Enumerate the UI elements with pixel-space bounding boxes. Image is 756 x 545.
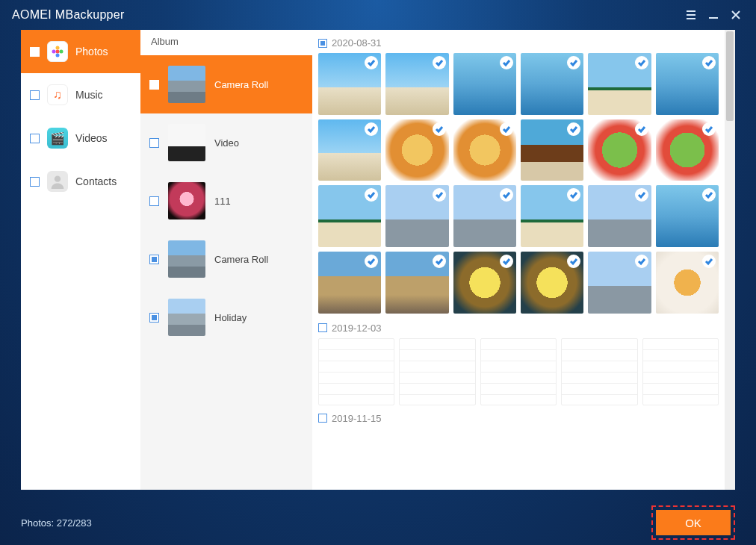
checkbox-icon[interactable] <box>30 177 40 187</box>
album-label: Holiday <box>214 312 247 323</box>
checkmark-icon[interactable] <box>635 188 648 202</box>
category-photos[interactable]: Photos <box>21 30 140 73</box>
photo-grid <box>318 338 719 405</box>
album-label: Video <box>214 137 239 149</box>
svg-point-4 <box>52 50 56 54</box>
checkmark-icon[interactable] <box>567 188 580 202</box>
photo-thumbnail[interactable] <box>453 53 516 115</box>
photo-thumbnail[interactable] <box>656 119 719 181</box>
checkmark-icon[interactable] <box>567 56 580 69</box>
svg-point-1 <box>56 46 60 50</box>
checkmark-icon[interactable] <box>365 122 378 136</box>
checkmark-icon[interactable] <box>567 122 580 136</box>
photo-thumbnail[interactable] <box>588 185 651 247</box>
checkmark-icon[interactable] <box>702 188 716 202</box>
photo-thumbnail[interactable] <box>480 338 557 405</box>
checkmark-icon[interactable] <box>365 255 378 268</box>
ok-button[interactable]: OK <box>656 510 731 535</box>
checkmark-icon[interactable] <box>433 255 446 268</box>
photo-thumbnail[interactable] <box>318 185 381 247</box>
photo-thumbnail[interactable] <box>453 119 516 181</box>
contacts-icon <box>47 171 68 192</box>
album-111[interactable]: 111 <box>140 172 312 230</box>
album-thumbnail <box>168 66 205 103</box>
photo-thumbnail[interactable] <box>385 53 448 115</box>
checkmark-icon[interactable] <box>433 56 446 69</box>
checkmark-icon[interactable] <box>500 255 513 268</box>
album-camera-roll[interactable]: Camera Roll <box>140 55 312 113</box>
category-music[interactable]: ♫Music <box>21 73 140 116</box>
photo-thumbnail[interactable] <box>588 119 651 181</box>
photo-thumbnail[interactable] <box>656 53 719 115</box>
main-area: Photos♫Music🎬VideosContacts Album Camera… <box>21 30 735 490</box>
status-text: Photos: 272/283 <box>21 517 92 529</box>
photo-thumbnail[interactable] <box>521 119 583 181</box>
photo-thumbnail[interactable] <box>318 119 381 181</box>
photo-thumbnail[interactable] <box>561 338 637 405</box>
checkmark-icon[interactable] <box>365 188 378 202</box>
checkbox-icon[interactable] <box>149 80 159 90</box>
list-view-icon[interactable] <box>680 4 702 26</box>
photo-thumbnail[interactable] <box>588 53 651 115</box>
photo-thumbnail[interactable] <box>318 53 381 115</box>
album-camera-roll2[interactable]: Camera Roll <box>140 230 312 288</box>
scrollbar-track[interactable] <box>725 30 735 490</box>
section-header[interactable]: 2019-11-15 <box>318 413 719 424</box>
photo-thumbnail[interactable] <box>385 119 448 181</box>
photo-thumbnail[interactable] <box>385 185 448 247</box>
checkmark-icon[interactable] <box>365 56 378 69</box>
minimize-icon[interactable] <box>702 4 725 26</box>
photo-thumbnail[interactable] <box>521 53 583 115</box>
checkmark-icon[interactable] <box>500 188 513 202</box>
photo-thumbnail[interactable] <box>656 185 719 247</box>
checkbox-icon[interactable] <box>149 255 159 264</box>
photo-thumbnail[interactable] <box>318 338 394 405</box>
scrollbar-thumb[interactable] <box>726 31 734 121</box>
checkmark-icon[interactable] <box>702 255 716 268</box>
checkmark-icon[interactable] <box>635 122 648 136</box>
photo-thumbnail[interactable] <box>588 252 651 314</box>
photo-thumbnail[interactable] <box>521 252 583 314</box>
checkmark-icon[interactable] <box>500 56 513 69</box>
album-thumbnail <box>168 299 205 336</box>
checkmark-icon[interactable] <box>702 122 716 136</box>
checkmark-icon[interactable] <box>635 56 648 69</box>
album-column: Album Camera RollVideo111Camera RollHoli… <box>140 30 312 490</box>
category-label: Contacts <box>75 175 117 187</box>
checkmark-icon[interactable] <box>567 255 580 268</box>
photo-thumbnail[interactable] <box>453 185 516 247</box>
album-thumbnail <box>168 182 205 219</box>
photo-thumbnail[interactable] <box>521 185 583 247</box>
album-video[interactable]: Video <box>140 113 312 172</box>
close-icon[interactable] <box>725 4 747 26</box>
checkbox-icon[interactable] <box>318 39 327 48</box>
category-videos[interactable]: 🎬Videos <box>21 116 140 160</box>
album-label: Camera Roll <box>214 254 268 265</box>
photo-thumbnail[interactable] <box>656 252 719 314</box>
photo-thumbnail[interactable] <box>453 252 516 314</box>
checkmark-icon[interactable] <box>433 122 446 136</box>
titlebar: AOMEI MBackupper <box>0 0 756 30</box>
checkbox-icon[interactable] <box>318 323 327 332</box>
album-label: Camera Roll <box>214 79 268 90</box>
checkmark-icon[interactable] <box>635 255 648 268</box>
app-window: AOMEI MBackupper Photos♫Music🎬VideosCont… <box>0 0 756 545</box>
photo-thumbnail[interactable] <box>385 252 448 314</box>
checkbox-icon[interactable] <box>149 138 159 148</box>
section-header[interactable]: 2020-08-31 <box>318 37 719 49</box>
section-header[interactable]: 2019-12-03 <box>318 323 719 334</box>
album-holiday[interactable]: Holiday <box>140 288 312 346</box>
checkbox-icon[interactable] <box>30 47 40 57</box>
photo-thumbnail[interactable] <box>399 338 475 405</box>
photo-thumbnail[interactable] <box>642 338 719 405</box>
checkbox-icon[interactable] <box>318 414 327 423</box>
photo-thumbnail[interactable] <box>318 252 381 314</box>
checkbox-icon[interactable] <box>30 134 40 143</box>
checkbox-icon[interactable] <box>30 90 40 100</box>
checkbox-icon[interactable] <box>149 196 159 206</box>
checkmark-icon[interactable] <box>433 188 446 202</box>
checkmark-icon[interactable] <box>500 122 513 136</box>
checkmark-icon[interactable] <box>702 56 716 69</box>
checkbox-icon[interactable] <box>149 313 159 323</box>
category-contacts[interactable]: Contacts <box>21 160 140 203</box>
